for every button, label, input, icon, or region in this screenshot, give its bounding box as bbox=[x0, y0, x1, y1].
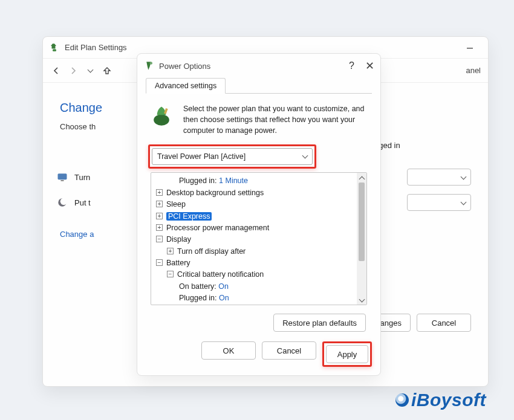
chevron-down-icon bbox=[303, 152, 307, 161]
collapse-icon[interactable]: − bbox=[156, 236, 163, 242]
watermark: iBoysoft bbox=[395, 390, 486, 410]
cancel-button[interactable]: Cancel bbox=[417, 314, 471, 332]
tree-row-desktop-bg[interactable]: +Desktop background settings bbox=[152, 187, 356, 199]
forward-button[interactable] bbox=[66, 63, 80, 78]
power-options-icon bbox=[143, 60, 154, 71]
highlight-plan-dropdown: Travel Power Plan [Active] bbox=[148, 144, 316, 169]
dialog-titlebar: Power Options ? ✕ bbox=[137, 54, 380, 78]
tree-row-processor[interactable]: +Processor power management bbox=[152, 222, 356, 234]
up-button[interactable] bbox=[100, 63, 114, 78]
collapse-icon[interactable]: − bbox=[167, 271, 174, 277]
restore-defaults-button[interactable]: Restore plan defaults bbox=[273, 314, 366, 332]
highlight-apply-button: Apply bbox=[322, 341, 372, 367]
history-dropdown[interactable] bbox=[83, 63, 97, 78]
chevron-down-icon bbox=[461, 198, 466, 207]
tree-row-battery[interactable]: −Battery bbox=[152, 257, 356, 269]
tree-scrollbar[interactable] bbox=[357, 173, 366, 305]
svg-rect-3 bbox=[61, 180, 64, 181]
expand-icon[interactable]: + bbox=[156, 189, 163, 196]
tree-row-critical-battery[interactable]: −Critical battery notification bbox=[152, 269, 356, 280]
power-plan-icon bbox=[49, 42, 60, 53]
display-plugged-dropdown[interactable] bbox=[407, 169, 471, 186]
expand-icon[interactable]: + bbox=[156, 224, 163, 231]
svg-point-7 bbox=[154, 114, 169, 125]
expand-icon[interactable]: + bbox=[156, 213, 163, 219]
scroll-up-icon[interactable] bbox=[357, 173, 366, 183]
dialog-description: Select the power plan that you want to c… bbox=[183, 103, 369, 136]
svg-rect-0 bbox=[53, 49, 56, 51]
scroll-thumb[interactable] bbox=[359, 183, 365, 261]
back-button[interactable] bbox=[49, 63, 63, 78]
tree-row-plugged-in-2[interactable]: Plugged in: On bbox=[152, 292, 356, 304]
minimize-button[interactable] bbox=[458, 37, 482, 58]
power-options-dialog: Power Options ? ✕ Advanced settings Sele… bbox=[137, 53, 381, 376]
svg-point-5 bbox=[60, 198, 68, 205]
tree-row-turn-off-display[interactable]: +Turn off display after bbox=[152, 246, 356, 257]
plan-dropdown-value: Travel Power Plan [Active] bbox=[157, 152, 246, 161]
tree-row-on-battery[interactable]: On battery: On bbox=[152, 281, 356, 292]
svg-point-6 bbox=[150, 62, 153, 65]
expand-icon[interactable]: + bbox=[156, 201, 163, 207]
dialog-cancel-button[interactable]: Cancel bbox=[262, 341, 316, 360]
value-link[interactable]: On bbox=[218, 282, 229, 291]
column-header-plugged: gged in bbox=[374, 141, 471, 150]
svg-rect-2 bbox=[58, 173, 67, 179]
chevron-down-icon bbox=[461, 173, 466, 182]
tree-row-pci-express[interactable]: +PCI Express bbox=[152, 211, 356, 222]
moon-icon bbox=[56, 196, 68, 208]
dialog-title: Power Options bbox=[159, 62, 210, 71]
watermark-text: iBoysoft bbox=[411, 390, 486, 410]
close-button[interactable]: ✕ bbox=[365, 59, 374, 73]
display-icon bbox=[56, 171, 68, 183]
power-plan-large-icon bbox=[148, 103, 175, 130]
tree-row-display[interactable]: −Display bbox=[152, 234, 356, 245]
watermark-icon bbox=[395, 393, 409, 407]
tree-row-plugged-in[interactable]: Plugged in: 1 Minute bbox=[152, 175, 356, 187]
tab-advanced-settings[interactable]: Advanced settings bbox=[146, 78, 226, 94]
plan-dropdown[interactable]: Travel Power Plan [Active] bbox=[152, 148, 313, 165]
tabstrip: Advanced settings bbox=[137, 78, 380, 94]
expand-icon[interactable]: + bbox=[167, 248, 174, 254]
breadcrumb-tail[interactable]: anel bbox=[466, 66, 481, 75]
value-link[interactable]: On bbox=[219, 294, 229, 302]
tree-row-sleep[interactable]: +Sleep bbox=[152, 199, 356, 210]
settings-tree: Plugged in: 1 Minute +Desktop background… bbox=[151, 172, 367, 305]
collapse-icon[interactable]: − bbox=[156, 259, 163, 266]
scroll-down-icon[interactable] bbox=[357, 295, 366, 305]
value-link[interactable]: 1 Minute bbox=[219, 176, 248, 185]
window-title: Edit Plan Settings bbox=[65, 43, 127, 52]
sleep-plugged-dropdown[interactable] bbox=[407, 194, 471, 211]
help-button[interactable]: ? bbox=[349, 60, 354, 71]
tab-page: Select the power plan that you want to c… bbox=[146, 93, 372, 334]
dialog-footer: OK Cancel Apply bbox=[137, 334, 380, 367]
ok-button[interactable]: OK bbox=[201, 341, 256, 360]
apply-button[interactable]: Apply bbox=[326, 345, 368, 363]
svg-rect-1 bbox=[467, 48, 473, 49]
